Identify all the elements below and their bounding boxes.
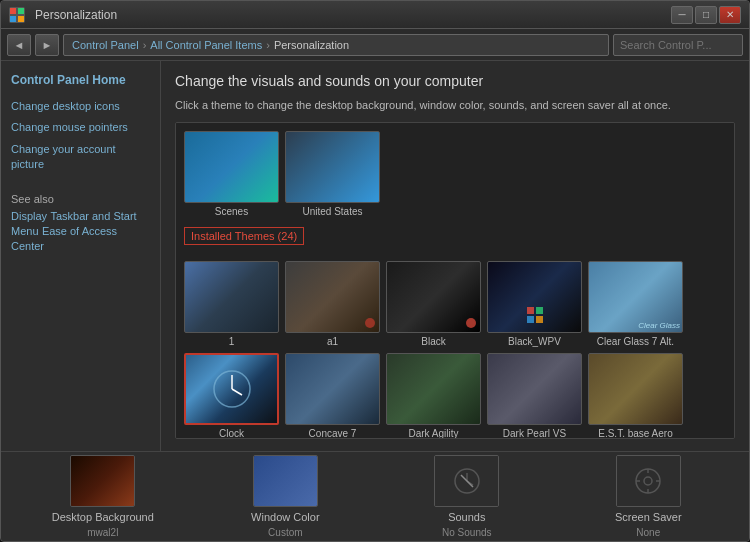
theme-label-a1: a1 xyxy=(327,336,338,347)
bottom-label-sounds: Sounds xyxy=(448,511,485,523)
close-button[interactable]: ✕ xyxy=(719,6,741,24)
breadcrumb: Control Panel › All Control Panel Items … xyxy=(63,34,609,56)
thumb-screensaver-bg xyxy=(617,456,680,506)
theme-thumb-dark-agility xyxy=(386,353,481,425)
thumb-window-color-bg xyxy=(254,456,317,506)
bottom-bar: Desktop Background mwal2l Window Color C… xyxy=(1,451,749,541)
theme-label-black-wpv: Black_WPV xyxy=(508,336,561,347)
search-input[interactable] xyxy=(613,34,743,56)
theme-thumb-concave xyxy=(285,353,380,425)
maximize-button[interactable]: □ xyxy=(695,6,717,24)
breadcrumb-all-items[interactable]: All Control Panel Items xyxy=(150,39,262,51)
main-window: Personalization ─ □ ✕ ◄ ► Control Panel … xyxy=(0,0,750,542)
themes-container[interactable]: Scenes United States Installed Themes (2… xyxy=(175,122,735,440)
see-also-title: See also xyxy=(11,193,150,205)
svg-rect-7 xyxy=(536,316,543,323)
theme-thumb-us xyxy=(285,131,380,203)
theme-label-est: E.S.T. base Aero xyxy=(598,428,673,439)
scroll-themes-row: Scenes United States xyxy=(184,131,726,217)
breadcrumb-current: Personalization xyxy=(274,39,349,51)
theme-clock[interactable]: Clock xyxy=(184,353,279,439)
theme-label-dark-pearl: Dark Pearl VS xyxy=(503,428,566,439)
theme-black[interactable]: Black xyxy=(386,261,481,347)
theme-label-concave: Concave 7 xyxy=(309,428,357,439)
bottom-label-desktop: Desktop Background xyxy=(52,511,154,523)
bottom-thumb-window-color xyxy=(253,455,318,507)
theme-thumb-clearglass: Clear Glass xyxy=(588,261,683,333)
title-bar: Personalization ─ □ ✕ xyxy=(1,1,749,29)
sidebar-item-account-picture[interactable]: Change your account picture xyxy=(11,140,150,175)
page-title: Change the visuals and sounds on your co… xyxy=(175,73,735,89)
svg-rect-5 xyxy=(536,307,543,314)
window-icon xyxy=(9,7,25,23)
window-title: Personalization xyxy=(31,8,671,22)
svg-rect-2 xyxy=(10,16,16,22)
sidebar-home-link[interactable]: Control Panel Home xyxy=(11,73,150,87)
theme-black-wpv[interactable]: Black_WPV xyxy=(487,261,582,347)
sidebar: Control Panel Home Change desktop icons … xyxy=(1,61,161,451)
theme-thumb-clock xyxy=(184,353,279,425)
back-button[interactable]: ◄ xyxy=(7,34,31,56)
main-content: Control Panel Home Change desktop icons … xyxy=(1,61,749,451)
page-description: Click a theme to change the desktop back… xyxy=(175,97,735,114)
theme-dark-pearl[interactable]: Dark Pearl VS xyxy=(487,353,582,439)
bottom-screensaver[interactable]: Screen Saver None xyxy=(598,455,698,538)
minimize-button[interactable]: ─ xyxy=(671,6,693,24)
clearglass-text: Clear Glass xyxy=(638,321,680,330)
sidebar-item-mouse-pointers[interactable]: Change mouse pointers xyxy=(11,118,150,137)
theme-thumb-black-wpv xyxy=(487,261,582,333)
bottom-thumb-screensaver xyxy=(616,455,681,507)
svg-rect-3 xyxy=(18,16,24,22)
theme-1[interactable]: 1 xyxy=(184,261,279,347)
bottom-sublabel-desktop: mwal2l xyxy=(87,527,118,538)
svg-rect-6 xyxy=(527,316,534,323)
thumb-sounds-bg xyxy=(435,456,498,506)
theme-label-1: 1 xyxy=(229,336,235,347)
theme-thumb-est xyxy=(588,353,683,425)
theme-scenes[interactable]: Scenes xyxy=(184,131,279,217)
thumb-desktop-bg xyxy=(71,456,134,506)
svg-rect-0 xyxy=(10,8,16,14)
theme-label-black: Black xyxy=(421,336,445,347)
see-also-section: See also Display Taskbar and Start Menu … xyxy=(11,193,150,255)
theme-thumb-a1 xyxy=(285,261,380,333)
sidebar-item-display[interactable]: Display xyxy=(11,208,47,224)
theme-thumb-dark-pearl xyxy=(487,353,582,425)
content-area: Change the visuals and sounds on your co… xyxy=(161,61,749,451)
installed-themes-grid: 1 a1 Black xyxy=(184,261,726,439)
theme-label-scenes: Scenes xyxy=(215,206,248,217)
breadcrumb-control-panel[interactable]: Control Panel xyxy=(72,39,139,51)
theme-thumb-1 xyxy=(184,261,279,333)
installed-themes-label-wrapper: Installed Themes (24) xyxy=(184,227,726,253)
bottom-desktop-background[interactable]: Desktop Background mwal2l xyxy=(52,455,154,538)
svg-line-10 xyxy=(232,389,242,395)
bottom-thumb-desktop xyxy=(70,455,135,507)
bottom-label-screensaver: Screen Saver xyxy=(615,511,682,523)
bottom-sublabel-window-color: Custom xyxy=(268,527,302,538)
window-controls: ─ □ ✕ xyxy=(671,6,741,24)
bottom-window-color[interactable]: Window Color Custom xyxy=(235,455,335,538)
address-bar: ◄ ► Control Panel › All Control Panel It… xyxy=(1,29,749,61)
theme-label-clearglass: Clear Glass 7 Alt. xyxy=(597,336,674,347)
theme-us[interactable]: United States xyxy=(285,131,380,217)
theme-thumb-scenes xyxy=(184,131,279,203)
bottom-sounds[interactable]: Sounds No Sounds xyxy=(417,455,517,538)
svg-rect-4 xyxy=(527,307,534,314)
theme-label-dark-agility: Dark Agility xyxy=(408,428,458,439)
theme-label-us: United States xyxy=(302,206,362,217)
theme-label-clock: Clock xyxy=(219,428,244,439)
theme-thumb-black xyxy=(386,261,481,333)
svg-rect-1 xyxy=(18,8,24,14)
theme-dark-agility[interactable]: Dark Agility xyxy=(386,353,481,439)
installed-themes-label: Installed Themes (24) xyxy=(184,227,304,245)
theme-clearglass[interactable]: Clear Glass Clear Glass 7 Alt. xyxy=(588,261,683,347)
theme-a1[interactable]: a1 xyxy=(285,261,380,347)
bottom-label-window-color: Window Color xyxy=(251,511,319,523)
bottom-thumb-sounds xyxy=(434,455,499,507)
bottom-sublabel-screensaver: None xyxy=(636,527,660,538)
sidebar-item-desktop-icons[interactable]: Change desktop icons xyxy=(11,97,150,116)
bottom-sublabel-sounds: No Sounds xyxy=(442,527,491,538)
theme-concave[interactable]: Concave 7 xyxy=(285,353,380,439)
theme-est[interactable]: E.S.T. base Aero xyxy=(588,353,683,439)
forward-button[interactable]: ► xyxy=(35,34,59,56)
